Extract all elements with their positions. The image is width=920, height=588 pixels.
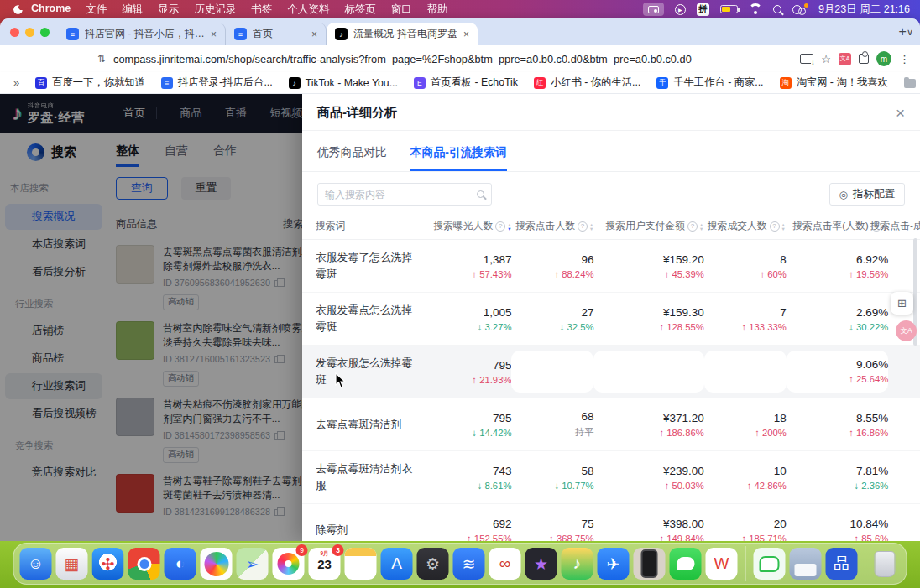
profile-avatar[interactable]: m (876, 51, 891, 66)
search-icon[interactable] (477, 190, 484, 198)
table-column-header[interactable]: 搜索用户支付金额 ? ▴▾ (593, 220, 703, 233)
bookmark-item[interactable]: 千 千牛工作台 - 商家... (656, 75, 763, 90)
menu-item[interactable]: Chrome (31, 3, 71, 17)
site-settings-icon[interactable]: ⇅ (97, 53, 106, 65)
browser-tab[interactable]: ♪ 流量概况-抖音电商罗盘 × (327, 23, 478, 45)
bookmark-item[interactable]: 淘 淘宝网 - 淘！我喜欢 (780, 75, 888, 90)
info-icon[interactable]: ? (770, 221, 780, 232)
address-bar[interactable]: compass.jinritemai.com/shop/search/traff… (113, 53, 792, 65)
browser-tab[interactable]: ≡ 首页 × (226, 23, 327, 45)
dock-item[interactable] (869, 548, 901, 580)
metric-config-button[interactable]: ◎ 指标配置 (829, 183, 905, 206)
bookmark-item[interactable]: E 首页看板 - EchoTik (414, 75, 518, 90)
bookmark-item[interactable]: ♪ TikTok - Make You... (289, 77, 398, 89)
close-icon[interactable]: × (896, 105, 905, 121)
table-row[interactable]: 衣服发霉点怎么洗掉霉斑 1,005↓ 3.27% 27↓ 32.5% ¥159.… (302, 293, 920, 346)
info-icon[interactable]: ? (687, 221, 698, 232)
drawer-tab[interactable]: 优秀商品对比 (317, 145, 387, 171)
tab-close-icon[interactable]: × (211, 29, 217, 40)
close-window-button[interactable] (10, 28, 19, 37)
battery-icon[interactable] (720, 5, 738, 13)
install-app-icon[interactable] (800, 54, 813, 64)
menu-item[interactable]: 历史记录 (194, 3, 236, 17)
dock-item[interactable]: ★ (525, 548, 557, 580)
table-row[interactable]: 发霉衣服怎么洗掉霉斑 795↑ 21.93% 9.06%↑ 25.64% 8↓ (302, 346, 920, 398)
menu-item[interactable]: 编辑 (122, 3, 143, 17)
translate-float-icon[interactable]: 文A (896, 320, 917, 341)
dock-item[interactable]: ⚙ (417, 548, 449, 580)
table-row[interactable]: 去霉点霉斑清洁剂 795↓ 14.42% 68持平 ¥371.20↑ 186.8… (302, 398, 920, 451)
zoom-window-button[interactable] (40, 28, 50, 37)
bookmark-item[interactable]: 红 小红书 - 你的生活... (534, 75, 640, 90)
dock-item[interactable]: 品 (826, 548, 858, 580)
dock-item[interactable] (754, 548, 786, 580)
table-column-header[interactable]: 搜索点击人数 ? ▴▾ (511, 220, 593, 233)
table-row[interactable]: 除霉剂 692↑ 152.55% 75↑ 368.75% ¥398.00↑ 14… (302, 504, 920, 541)
table-column-header[interactable]: 搜索曝光人数 ? ▴▾ (421, 220, 510, 233)
dock-item[interactable]: ♪ (562, 548, 593, 580)
dock-item[interactable]: ▦ (56, 548, 88, 580)
dock-item[interactable]: 9 (273, 548, 305, 580)
translate-icon[interactable]: 文A (839, 53, 851, 65)
bookmark-item[interactable]: ≡ 抖店登录-抖店后台... (161, 75, 273, 90)
table-row[interactable]: 去霉点霉斑清洁剂衣服 743↓ 8.61% 58↓ 10.77% ¥239.00… (302, 451, 920, 504)
drawer-tab[interactable]: 本商品-引流搜索词 (410, 145, 507, 171)
dock-item[interactable] (128, 548, 160, 580)
dock-item[interactable] (790, 548, 822, 580)
apple-logo-icon[interactable] (13, 5, 23, 14)
dock-item[interactable]: ≋ (453, 548, 485, 580)
browser-menu-icon[interactable]: ⋮ (899, 53, 910, 65)
dock-item[interactable]: ☺ (20, 548, 52, 580)
user-switch-icon[interactable] (792, 4, 808, 15)
screen-record-icon[interactable]: ▶ (675, 4, 686, 15)
menu-datetime[interactable]: 9月23日 周二 21:16 (818, 3, 910, 17)
menu-item[interactable]: 文件 (86, 3, 107, 17)
dock-item[interactable]: ✣ (92, 548, 124, 580)
dock-item[interactable] (670, 548, 702, 580)
bookmark-item[interactable]: AI大神 (904, 75, 920, 90)
side-widget-icon[interactable]: ⊞ (891, 292, 913, 315)
dock-item-glyph: 品 (834, 553, 849, 575)
dock-item[interactable] (201, 548, 233, 580)
menu-item[interactable]: 帮助 (427, 3, 448, 17)
info-icon[interactable]: ? (495, 221, 505, 232)
bookmark-item[interactable]: 百 百度一下，你就知道 (35, 75, 145, 90)
keyword-search-input[interactable] (325, 189, 472, 200)
dock-item[interactable]: ➢ (237, 548, 269, 580)
metric-delta: ↑ 368.75% (549, 533, 593, 542)
extensions-icon[interactable] (859, 54, 869, 64)
bookmarks-overflow-icon[interactable]: » (13, 76, 19, 89)
tab-overflow-chevron-icon[interactable]: ∨ (907, 27, 913, 38)
desktop-wallpaper: ☺ ▦ ✣ ◐ (0, 541, 920, 588)
dock-item[interactable]: 9月 23 3 (309, 548, 341, 580)
menu-item[interactable]: 窗口 (391, 3, 412, 17)
table-column-header[interactable]: 搜索成交人数 ? ▴▾ (703, 220, 785, 233)
tab-close-icon[interactable]: × (463, 29, 469, 40)
menu-item[interactable]: 个人资料 (287, 3, 329, 17)
dock-item[interactable] (634, 548, 666, 580)
menu-item[interactable]: 显示 (158, 3, 179, 17)
bookmark-star-icon[interactable]: ☆ (821, 53, 831, 65)
menu-item[interactable]: 标签页 (344, 3, 376, 17)
menu-status-area: ▶ 拼 9月23日 周二 21:16 (643, 3, 910, 17)
dock-item[interactable]: A (381, 548, 413, 580)
table-row[interactable]: 衣服发霉了怎么洗掉霉斑 1,387↑ 57.43% 96↑ 88.24% ¥15… (302, 240, 920, 293)
dock-item[interactable]: W (706, 548, 738, 580)
tab-close-icon[interactable]: × (311, 29, 317, 40)
input-method-icon[interactable]: 拼 (697, 3, 709, 16)
spotlight-search-icon[interactable] (773, 5, 781, 13)
minimize-window-button[interactable] (25, 28, 34, 37)
wifi-icon[interactable] (749, 4, 762, 14)
info-icon[interactable]: ? (578, 221, 588, 232)
new-tab-button[interactable]: + (899, 24, 907, 39)
dock-item[interactable]: ◐ (165, 548, 196, 580)
table-column-header[interactable]: 搜索词 ? ▴▾ (316, 220, 421, 233)
dock-item[interactable] (745, 546, 746, 581)
browser-tab[interactable]: ≡ 抖店官网 - 抖音小店，抖音电... × (58, 23, 226, 45)
screen-share-icon[interactable] (643, 3, 664, 16)
menu-item[interactable]: 书签 (251, 3, 272, 17)
dock-item[interactable] (345, 548, 377, 580)
dock-item[interactable]: ∞ (489, 548, 521, 580)
dock-item[interactable]: ✈ (598, 548, 630, 580)
table-column-header[interactable]: 搜索点击-成交率(人数) ? ▴▾ (886, 220, 920, 233)
